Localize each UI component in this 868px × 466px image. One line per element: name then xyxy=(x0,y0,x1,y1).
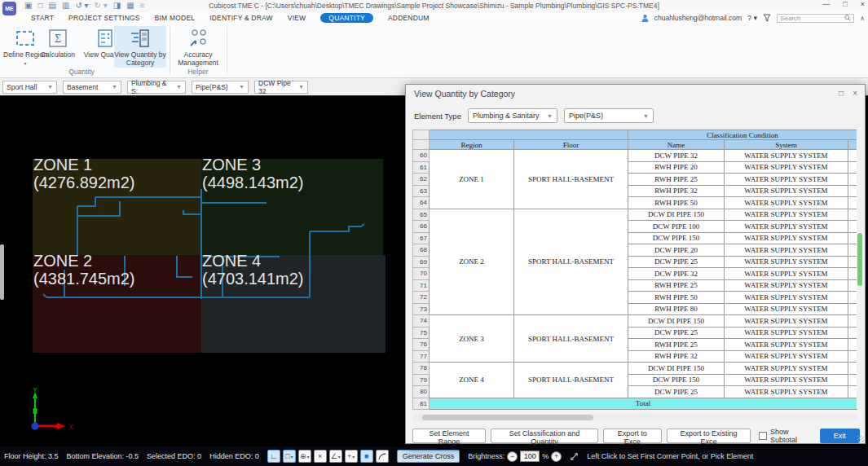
cell-system[interactable]: WATER SUPPLY SYSTEM xyxy=(725,339,848,351)
row-number[interactable]: 60 xyxy=(413,150,430,162)
merged-header-classification-condition[interactable]: Classification Condition xyxy=(628,130,857,140)
dialog-maximize-icon[interactable]: □ xyxy=(839,89,844,98)
row-number[interactable]: 67 xyxy=(413,232,430,244)
cell-system[interactable]: WATER SUPPLY SYSTEM xyxy=(725,292,848,304)
row-number[interactable]: 76 xyxy=(413,339,430,351)
row-number[interactable]: 78 xyxy=(413,363,430,375)
cell-name[interactable]: RWH PIPE 32 xyxy=(628,350,725,363)
row-number[interactable]: 77 xyxy=(413,350,430,363)
brightness-increase-button[interactable]: + xyxy=(551,451,562,462)
dialog-close-icon[interactable]: × xyxy=(853,89,857,98)
row-number[interactable]: 68 xyxy=(413,244,430,257)
dialog-resize-grip[interactable] xyxy=(857,436,864,442)
minimize-button[interactable]: — xyxy=(822,0,830,8)
cell-name[interactable]: DCW PIPE 25 xyxy=(628,386,725,398)
row-number[interactable]: 64 xyxy=(413,197,430,209)
cell-region[interactable]: ZONE 3 xyxy=(430,315,514,363)
column-header-system[interactable]: System xyxy=(725,140,848,150)
tab-view[interactable]: VIEW xyxy=(288,14,306,22)
total-cell[interactable]: Total xyxy=(430,398,857,410)
cell-name[interactable]: DCW PIPE 32 xyxy=(628,268,725,280)
cross-cursor-button[interactable]: × xyxy=(314,450,327,463)
collapse-ribbon-icon[interactable]: ∧ xyxy=(860,15,865,22)
maximize-button[interactable]: □ xyxy=(843,0,847,8)
cell-system[interactable]: WATER SUPPLY SYSTEM xyxy=(725,386,848,398)
cell-system[interactable]: WATER SUPPLY SYSTEM xyxy=(725,161,848,174)
cell-system[interactable]: WATER SUPPLY SYSTEM xyxy=(725,209,848,221)
side-scrollbar-stub[interactable] xyxy=(0,244,4,300)
dialog-title-bar[interactable]: View Quantity by Category □ × xyxy=(406,85,865,103)
cell-floor[interactable]: SPORT HALL-BASEMENT xyxy=(514,363,628,398)
cell-system[interactable]: WATER SUPPLY SYSTEM xyxy=(725,185,848,197)
cell-system[interactable]: WATER SUPPLY SYSTEM xyxy=(725,303,848,315)
snap-settings-button[interactable]: ⊕▾ xyxy=(298,450,311,463)
cell-system[interactable]: WATER SUPPLY SYSTEM xyxy=(725,327,848,339)
arc-tool-button[interactable] xyxy=(376,450,389,463)
cell-name[interactable]: DCW PIPE 25 xyxy=(628,327,725,339)
show-subtotal-checkbox[interactable] xyxy=(759,432,767,440)
cell-system[interactable]: WATER SUPPLY SYSTEM xyxy=(725,221,848,233)
cell-name[interactable]: DCW DI PIPE 150 xyxy=(628,363,725,375)
cell-system[interactable]: WATER SUPPLY SYSTEM xyxy=(725,374,848,386)
view-quantity-by-category-button[interactable]: View Quantity by Category xyxy=(114,26,166,68)
exit-button[interactable]: Exit xyxy=(820,429,860,443)
row-number[interactable]: 63 xyxy=(413,185,430,197)
filter-icon[interactable] xyxy=(763,14,771,22)
row-number[interactable]: 73 xyxy=(413,303,430,315)
cell-name[interactable]: DCW PIPE 150 xyxy=(628,232,725,244)
cell-system[interactable]: WATER SUPPLY SYSTEM xyxy=(725,363,848,375)
brightness-value[interactable]: 100 xyxy=(520,451,540,462)
cell-name[interactable]: DCW PIPE 32 xyxy=(628,150,725,162)
cell-system[interactable]: WATER SUPPLY SYSTEM xyxy=(725,279,848,292)
table-horizontal-scrollbar[interactable] xyxy=(412,414,857,421)
project-dropdown[interactable]: Sport Hall▼ xyxy=(2,81,57,94)
cell-floor[interactable]: SPORT HALL-BASEMENT xyxy=(514,150,628,209)
help-menu[interactable]: ? ▾ xyxy=(747,14,757,22)
set-element-range-button[interactable]: Set Element Range xyxy=(412,429,486,443)
cell-name[interactable]: RWH PIPE 20 xyxy=(628,161,725,174)
solid-display-button[interactable]: ■ xyxy=(360,450,373,463)
row-number[interactable]: 70 xyxy=(413,268,430,280)
cell-name[interactable]: RWH PIPE 50 xyxy=(628,292,725,304)
row-number[interactable]: 72 xyxy=(413,292,430,304)
dialog-element-dropdown[interactable]: Pipe(P&S)▼ xyxy=(564,108,654,123)
row-number[interactable]: 66 xyxy=(413,221,430,233)
cell-name[interactable]: RWH PIPE 80 xyxy=(628,303,725,315)
cell-system[interactable]: WATER SUPPLY SYSTEM xyxy=(725,232,848,244)
column-header-region[interactable]: Region xyxy=(430,140,514,150)
scrollbar-thumb[interactable] xyxy=(422,415,593,420)
row-number[interactable]: 81 xyxy=(413,398,430,410)
search-input[interactable]: Search xyxy=(777,14,854,23)
cell-name[interactable]: DCW PIPE 20 xyxy=(628,244,725,257)
row-number[interactable]: 62 xyxy=(413,174,430,186)
cell-name[interactable]: DCW DI PIPE 150 xyxy=(628,209,725,221)
region-select-button[interactable]: □▾ xyxy=(283,450,296,463)
cell-system[interactable]: WATER SUPPLY SYSTEM xyxy=(725,256,848,268)
row-number[interactable]: 79 xyxy=(413,374,430,386)
set-classification-and-quantity-button[interactable]: Set Classification and Quantity xyxy=(491,429,598,443)
cell-name[interactable]: DCW PIPE 150 xyxy=(628,374,725,386)
element-dropdown[interactable]: DCW Pipe 32▼ xyxy=(254,81,308,94)
tab-bim-model[interactable]: BIM MODEL xyxy=(155,14,196,22)
floor-dropdown[interactable]: Basement▼ xyxy=(63,81,121,94)
cell-name[interactable]: RWH PIPE 32 xyxy=(628,185,725,197)
ortho-mode-button[interactable]: ∟ xyxy=(267,450,280,463)
cell-name[interactable]: RWH PIPE 50 xyxy=(628,197,725,209)
discipline-dropdown[interactable]: Plumbing & S:▼ xyxy=(127,81,186,94)
row-number[interactable]: 69 xyxy=(413,256,430,268)
accuracy-management-button[interactable]: Accuracy Management xyxy=(173,26,223,68)
account-email[interactable]: chuahlusheng@hotmail.com xyxy=(654,14,742,22)
element-type-dropdown[interactable]: Pipe(P&S)▼ xyxy=(192,81,249,94)
row-number[interactable]: 71 xyxy=(413,279,430,292)
row-number[interactable]: 74 xyxy=(413,315,430,328)
angle-button[interactable]: ∠▾ xyxy=(329,450,342,463)
cell-region[interactable]: ZONE 1 xyxy=(430,150,514,209)
brightness-decrease-button[interactable]: − xyxy=(507,451,518,462)
tab-start[interactable]: START xyxy=(31,14,54,22)
table-vertical-scrollbar[interactable] xyxy=(857,130,863,409)
column-header-floor[interactable]: Floor xyxy=(514,140,628,150)
cell-name[interactable]: RWH PIPE 25 xyxy=(628,339,725,351)
tab-project-settings[interactable]: PROJECT SETTINGS xyxy=(68,14,140,22)
close-button[interactable]: × xyxy=(861,0,865,8)
cell-name[interactable]: DCW PIPE 25 xyxy=(628,256,725,268)
